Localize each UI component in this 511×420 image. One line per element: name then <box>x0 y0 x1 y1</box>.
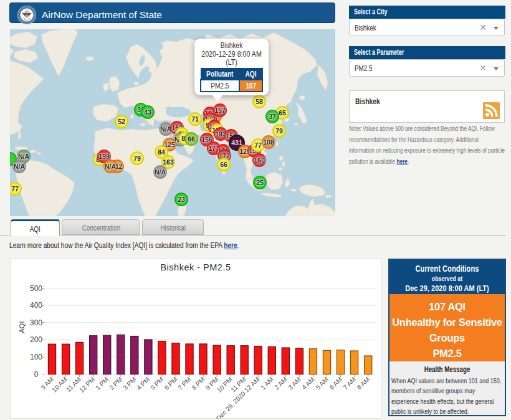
svg-text:1 PM: 1 PM <box>94 376 110 391</box>
svg-text:4 PM: 4 PM <box>135 376 151 391</box>
svg-text:8 AM: 8 AM <box>356 376 371 391</box>
svg-text:7 AM: 7 AM <box>342 376 357 391</box>
svg-text:65: 65 <box>279 109 286 117</box>
svg-text:N/A: N/A <box>105 163 117 170</box>
svg-text:2 AM: 2 AM <box>273 376 288 391</box>
svg-text:300: 300 <box>30 318 42 327</box>
svg-text:160: 160 <box>254 156 265 164</box>
svg-text:77: 77 <box>254 141 262 149</box>
svg-text:37: 37 <box>269 113 276 120</box>
svg-text:58: 58 <box>256 98 263 105</box>
svg-text:6 AM: 6 AM <box>328 376 343 391</box>
svg-text:156: 156 <box>201 136 213 143</box>
svg-text:12 PM: 12 PM <box>78 376 96 394</box>
svg-text:7 PM: 7 PM <box>177 376 193 391</box>
svg-text:5 PM: 5 PM <box>150 376 165 391</box>
svg-text:N/A: N/A <box>18 153 30 160</box>
svg-text:79: 79 <box>275 127 283 135</box>
svg-text:400: 400 <box>30 301 42 310</box>
svg-text:5 AM: 5 AM <box>315 376 330 391</box>
svg-text:163: 163 <box>163 158 174 166</box>
svg-text:10 AM: 10 AM <box>50 376 68 393</box>
svg-text:6 PM: 6 PM <box>163 376 179 391</box>
svg-text:157: 157 <box>214 107 226 114</box>
svg-text:66: 66 <box>220 161 227 168</box>
svg-text:3 AM: 3 AM <box>287 376 302 391</box>
svg-text:431: 431 <box>231 139 242 146</box>
svg-text:3 PM: 3 PM <box>122 376 137 391</box>
svg-text:77: 77 <box>11 185 19 193</box>
svg-text:0: 0 <box>34 370 39 379</box>
svg-text:43: 43 <box>144 108 151 116</box>
svg-text:2 PM: 2 PM <box>108 376 123 391</box>
svg-text:8 PM: 8 PM <box>191 376 206 391</box>
svg-text:1 AM: 1 AM <box>259 376 274 391</box>
svg-text:N/A: N/A <box>160 125 172 133</box>
svg-text:84: 84 <box>158 148 165 156</box>
svg-text:199: 199 <box>98 153 110 160</box>
svg-text:66: 66 <box>188 135 195 143</box>
svg-text:71: 71 <box>191 115 199 123</box>
svg-text:79: 79 <box>133 155 141 162</box>
svg-text:100: 100 <box>30 353 42 361</box>
svg-text:200: 200 <box>30 335 42 344</box>
svg-text:10 PM: 10 PM <box>216 376 234 394</box>
svg-text:N/A: N/A <box>155 168 166 176</box>
svg-text:25: 25 <box>256 179 264 186</box>
svg-text:108: 108 <box>263 138 274 146</box>
svg-text:500: 500 <box>30 284 42 293</box>
svg-text:23: 23 <box>178 196 185 203</box>
svg-text:52: 52 <box>118 118 125 125</box>
svg-text:4 AM: 4 AM <box>300 376 315 391</box>
svg-text:N/A: N/A <box>14 163 26 170</box>
